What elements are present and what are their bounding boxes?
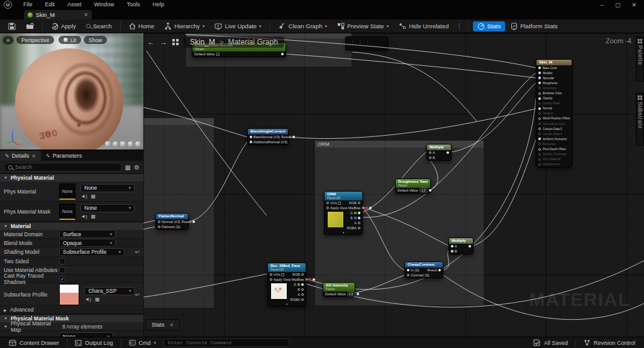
show-menu-button[interactable]: Show [84, 36, 107, 44]
row-advanced[interactable]: ▶ Advanced [0, 306, 143, 314]
subsurface-profile-dropdown[interactable]: Chara_SSP▾ [84, 287, 135, 295]
two-sided-checkbox[interactable] [59, 258, 65, 264]
node-multiply-roughness[interactable]: MultiplyAB [426, 144, 452, 161]
graph-hierarchy-icon[interactable] [172, 39, 179, 45]
revision-control-button[interactable]: Revision Control [579, 339, 640, 346]
output-pin-base-color[interactable]: Base Color [536, 65, 572, 70]
close-tab-icon[interactable]: ✕ [84, 12, 88, 18]
output-pin-surface-thickness[interactable]: Surface Thickness [536, 152, 572, 157]
menu-help[interactable]: Help [147, 0, 171, 9]
cube-shape-icon[interactable] [120, 141, 126, 147]
platform-stats-button[interactable]: Platform Stats [506, 21, 562, 31]
phys-material-mask-thumbnail[interactable]: None [59, 204, 75, 220]
breadcrumb-root[interactable]: Skin_M [190, 38, 215, 46]
hide-unrelated-button[interactable]: Hide Unrelated [394, 21, 453, 31]
output-pin-pixel-depth-offset[interactable]: Pixel Depth Offset [536, 147, 572, 152]
use-selected-icon[interactable]: ◄) [80, 193, 87, 199]
node-expand-icon[interactable]: ▾ [325, 231, 362, 234]
perspective-button[interactable]: Perspective [16, 36, 54, 44]
section-physical-material[interactable]: ▼Physical Material [0, 173, 143, 182]
asset-tab-skin-m[interactable]: Skin_M ✕ [24, 10, 92, 19]
search-button[interactable]: Search [82, 21, 116, 31]
row-physical-material-map[interactable]: ▼ Physical Material Map 8 Array elements [0, 322, 143, 331]
phys-material-dropdown[interactable]: None▾ [80, 184, 135, 192]
output-pin-specular[interactable]: Specular [536, 75, 572, 80]
palette-side-tab[interactable]: Palette [636, 36, 644, 82]
subsurface-profile-thumbnail[interactable] [59, 284, 79, 305]
output-pin-roughness[interactable]: Roughness [536, 80, 572, 85]
hierarchy-button[interactable]: Hierarchy▾ [160, 21, 209, 31]
browse-to-icon[interactable]: ▦ [91, 193, 96, 199]
breadcrumb-current[interactable]: Material Graph [228, 38, 277, 46]
forward-arrow-icon[interactable]: → [160, 38, 167, 46]
node-cheap-contrast[interactable]: CheapContrastIn (S)ResultContrast (S) [404, 261, 443, 278]
browse-to-icon[interactable]: ▦ [91, 214, 96, 219]
material-domain-dropdown[interactable]: Surface▾ [59, 230, 116, 238]
stats-button[interactable]: Stats [473, 21, 506, 31]
output-pin-opacity-mask[interactable]: Opacity Mask [536, 101, 572, 106]
node-ao-intensity-param[interactable]: AO IntensityParamDefault Value0.5 [323, 282, 355, 297]
material-preview-viewport[interactable]: 300 ≡ Perspective Lit Show Z Y X [0, 33, 143, 150]
stats-panel-tab[interactable]: Stats ✕ [145, 319, 180, 330]
output-pin-tangent[interactable]: Tangent [536, 111, 572, 116]
cylinder-shape-icon[interactable] [105, 141, 111, 147]
minimize-button[interactable]: – [601, 2, 604, 8]
menu-edit[interactable]: Edit [39, 0, 62, 9]
output-pin-emissive-color[interactable]: Emissive Color [536, 90, 572, 95]
node-expand-icon[interactable]: ▾ [268, 302, 306, 306]
menu-window[interactable]: Window [88, 0, 121, 9]
mesh-shape-icon[interactable] [135, 141, 141, 147]
node-flatten-normal[interactable]: FlattenNormalNormal (V3)ResultFlatness (… [155, 213, 189, 230]
output-pin-displacement[interactable]: Displacement [536, 162, 572, 167]
menu-tools[interactable]: Tools [121, 0, 147, 9]
content-drawer-button[interactable]: Content Drawer [4, 337, 64, 348]
preview-state-button[interactable]: Preview State▾ [333, 21, 393, 31]
node-multiply-ao[interactable]: MultiplyAB [448, 237, 474, 254]
home-button[interactable]: Home [125, 21, 158, 31]
maximize-button[interactable]: ▢ [615, 2, 621, 8]
save-button[interactable] [4, 21, 20, 31]
node-blend-angle-corrected-normals[interactable]: BlendAngleCorrectedNormalsBaseNormal (V3… [247, 128, 289, 145]
preview-shape-buttons[interactable] [105, 141, 141, 147]
partial-dropdown[interactable]: None▾ [59, 332, 113, 337]
browse-asset-button[interactable] [21, 21, 38, 31]
node-material-output[interactable]: Skin_MBase ColorMetallicSpecularRoughnes… [536, 59, 572, 168]
browse-to-icon[interactable]: ▦ [95, 296, 100, 302]
tab-parameters[interactable]: ✎ Parameters [41, 151, 87, 161]
output-pin-ambient-occlusion[interactable]: Ambient Occlusion [536, 136, 572, 141]
back-arrow-icon[interactable]: ← [147, 38, 155, 46]
output-pin-subsurface-color[interactable]: Subsurface Color [536, 121, 572, 126]
output-pin-custom-data-1[interactable]: Custom Data 1 [536, 131, 572, 136]
node-dec-face-texture-sample[interactable]: Dec_SMed_FaceParam2DUVsRGBApply View Mip… [267, 263, 306, 307]
use-material-attributes-checkbox[interactable] [59, 267, 65, 273]
cast-ray-traced-shadows-checkbox[interactable]: ✓ [59, 276, 65, 282]
cmd-selector[interactable]: Cmd▾ [124, 337, 162, 348]
material-graph-canvas[interactable]: ORM Enable Detail NormalParamDefault Val… [143, 33, 644, 337]
node-orm-texture-sample[interactable]: ORMParam2DUVsRGBApply View MipBiasRGBARG… [324, 191, 363, 235]
use-selected-icon[interactable]: ◄) [84, 296, 91, 302]
output-pin-anisotropy[interactable]: Anisotropy [536, 85, 572, 90]
output-pin-metallic[interactable]: Metallic [536, 70, 572, 75]
output-pin-world-position-offset[interactable]: World Position Offset [536, 116, 572, 121]
section-material[interactable]: ▼Material [0, 222, 143, 230]
node-roughness-tweak-param[interactable]: Roughness TweakParamDefault Value1.0 [395, 178, 431, 193]
clean-graph-button[interactable]: Clean Graph▾ [274, 21, 331, 31]
settings-gear-icon[interactable]: ⚙ [134, 164, 140, 171]
close-window-button[interactable]: ✕ [631, 2, 636, 8]
plane-shape-icon[interactable] [128, 141, 133, 147]
use-selected-icon[interactable]: ◄) [80, 214, 87, 219]
output-pin-front-material[interactable]: Front Material [536, 157, 572, 162]
display-options-icon[interactable]: ▦ [125, 164, 131, 171]
live-update-button[interactable]: Live Update▾ [210, 21, 265, 31]
menu-asset[interactable]: Asset [61, 0, 88, 9]
substrate-side-tab[interactable]: Substrate [636, 93, 644, 146]
output-pin-refraction[interactable]: Refraction [536, 141, 572, 146]
preview-sphere[interactable]: 300 [15, 48, 123, 150]
lit-mode-button[interactable]: Lit [58, 36, 81, 44]
menu-file[interactable]: File [17, 0, 39, 9]
output-pin-opacity[interactable]: Opacity [536, 96, 572, 101]
phys-material-thumbnail[interactable]: None [59, 183, 75, 200]
close-details-icon[interactable]: ✕ [31, 153, 36, 159]
phys-material-mask-dropdown[interactable]: None▾ [80, 204, 135, 212]
tab-details[interactable]: ✎ Details ✕ [0, 151, 41, 161]
